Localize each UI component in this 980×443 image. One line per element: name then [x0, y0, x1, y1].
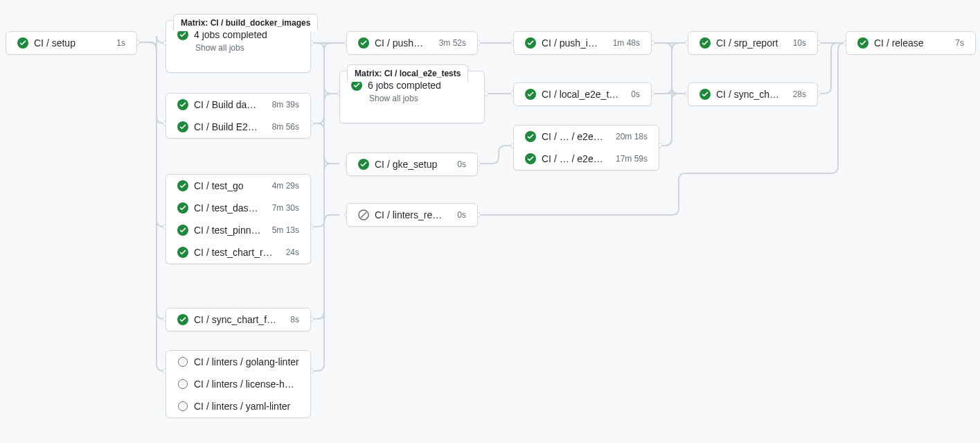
job-release[interactable]: CI / release 7s	[846, 31, 976, 55]
success-icon	[177, 180, 188, 191]
job-duration: 3m 52s	[439, 38, 466, 48]
success-icon	[177, 202, 188, 214]
matrix-tab-label: Matrix: CI / local_e2e_tests	[347, 64, 468, 82]
job-label: CI / … / e2e_tests	[542, 131, 605, 142]
job-label: CI / linters_result	[375, 209, 446, 220]
job-gke-setup[interactable]: CI / gke_setup 0s	[346, 153, 478, 176]
queued-icon	[177, 379, 188, 390]
success-icon	[525, 37, 536, 49]
job-group-tests: CI / test_go 4m 29s CI / test_dashboard …	[166, 174, 311, 264]
job-duration: 5m 13s	[272, 225, 299, 235]
matrix-local-e2e-tests[interactable]: Matrix: CI / local_e2e_tests 6 jobs comp…	[339, 71, 485, 123]
matrix-build-docker-images[interactable]: Matrix: CI / build_docker_images 4 jobs …	[166, 20, 311, 73]
job-label: CI / release	[874, 37, 944, 49]
queued-icon	[177, 401, 188, 412]
job-ci-setup[interactable]: CI / setup 1s	[6, 31, 137, 55]
job-e2e-tests-1[interactable]: CI / … / e2e_tests 20m 18s	[514, 125, 659, 148]
job-label: CI / linters / yaml-linter	[194, 401, 299, 412]
job-label: CI / sync_chart_to_bitnami	[716, 89, 782, 100]
job-duration: 8m 39s	[272, 100, 299, 110]
job-test-chart-render[interactable]: CI / test_chart_render 24s	[166, 241, 310, 263]
job-linter-yaml[interactable]: CI / linters / yaml-linter	[166, 395, 310, 417]
job-duration: 24s	[286, 247, 299, 257]
job-linter-golang[interactable]: CI / linters / golang-linter	[166, 351, 310, 373]
job-label: CI / linters / license-headers-l…	[194, 379, 299, 390]
job-e2e-tests-2[interactable]: CI / … / e2e_tests 17m 59s	[514, 148, 659, 170]
skipped-icon	[358, 209, 369, 220]
job-label: CI / test_dashboard	[194, 202, 261, 214]
job-duration: 17m 59s	[616, 154, 648, 164]
job-label: CI / test_chart_render	[194, 247, 275, 258]
success-icon	[700, 37, 711, 49]
success-icon	[177, 121, 188, 132]
job-label: CI / Build dashboard i…	[194, 99, 261, 110]
success-icon	[525, 89, 536, 100]
job-group-linters: CI / linters / golang-linter CI / linter…	[166, 350, 311, 418]
job-duration: 20m 18s	[616, 132, 648, 141]
job-label: CI / test_pinniped_proxy	[194, 225, 261, 236]
job-label: CI / sync_chart_from_bitna…	[194, 314, 279, 325]
job-duration: 10s	[793, 38, 806, 48]
job-duration: 8m 56s	[272, 122, 299, 132]
success-icon	[358, 159, 369, 170]
job-label: CI / gke_setup	[375, 159, 446, 170]
success-icon	[177, 247, 188, 258]
job-duration: 28s	[793, 89, 806, 99]
success-icon	[857, 37, 868, 49]
matrix-tab-label: Matrix: CI / build_docker_images	[173, 14, 318, 31]
job-duration: 1m 48s	[613, 38, 640, 48]
job-group-build: CI / Build dashboard i… 8m 39s CI / Buil…	[166, 93, 311, 139]
job-push-dev-images[interactable]: CI / push_dev_images 3m 52s	[346, 31, 478, 55]
job-sync-chart-from-bitnami[interactable]: CI / sync_chart_from_bitna… 8s	[166, 308, 311, 331]
job-label: CI / … / e2e_tests	[542, 153, 605, 164]
job-sync-chart-to-bitnami[interactable]: CI / sync_chart_to_bitnami 28s	[688, 82, 818, 106]
job-group-e2e-tests: CI / … / e2e_tests 20m 18s CI / … / e2e_…	[513, 125, 659, 171]
job-duration: 0s	[457, 210, 466, 220]
success-icon	[358, 37, 369, 49]
job-build-e2e-runner[interactable]: CI / Build E2E runner i… 8m 56s	[166, 116, 310, 138]
success-icon	[177, 225, 188, 236]
success-icon	[525, 153, 536, 164]
job-duration: 4m 29s	[272, 181, 299, 191]
job-srp-report[interactable]: CI / srp_report 10s	[688, 31, 818, 55]
success-icon	[17, 37, 28, 49]
job-label: CI / push_images	[542, 37, 602, 49]
show-all-jobs-link[interactable]: Show all jobs	[369, 94, 473, 103]
queued-icon	[177, 356, 188, 367]
job-duration: 8s	[290, 315, 299, 324]
job-local-e2e-tests-result[interactable]: CI / local_e2e_tests_result 0s	[513, 82, 652, 106]
success-icon	[177, 99, 188, 110]
job-test-go[interactable]: CI / test_go 4m 29s	[166, 175, 310, 197]
job-label: CI / Build E2E runner i…	[194, 121, 261, 132]
success-icon	[177, 314, 188, 325]
job-label: CI / srp_report	[716, 37, 782, 49]
job-duration: 7s	[955, 38, 964, 48]
job-build-dashboard[interactable]: CI / Build dashboard i… 8m 39s	[166, 94, 310, 116]
job-duration: 7m 30s	[272, 203, 299, 213]
job-duration: 0s	[631, 89, 640, 99]
workflow-connections	[0, 0, 980, 443]
job-label: CI / linters / golang-linter	[194, 356, 299, 367]
success-icon	[525, 131, 536, 142]
job-linter-license-headers[interactable]: CI / linters / license-headers-l…	[166, 373, 310, 395]
job-label: CI / setup	[34, 37, 105, 49]
job-duration: 1s	[116, 38, 125, 48]
job-push-images[interactable]: CI / push_images 1m 48s	[513, 31, 652, 55]
job-test-pinniped-proxy[interactable]: CI / test_pinniped_proxy 5m 13s	[166, 219, 310, 241]
job-test-dashboard[interactable]: CI / test_dashboard 7m 30s	[166, 197, 310, 219]
show-all-jobs-link[interactable]: Show all jobs	[195, 43, 299, 53]
job-label: CI / local_e2e_tests_result	[542, 89, 620, 100]
job-duration: 0s	[457, 159, 466, 169]
job-label: CI / push_dev_images	[375, 37, 428, 49]
success-icon	[700, 89, 711, 100]
job-linters-result[interactable]: CI / linters_result 0s	[346, 203, 478, 227]
job-label: CI / test_go	[194, 180, 261, 191]
